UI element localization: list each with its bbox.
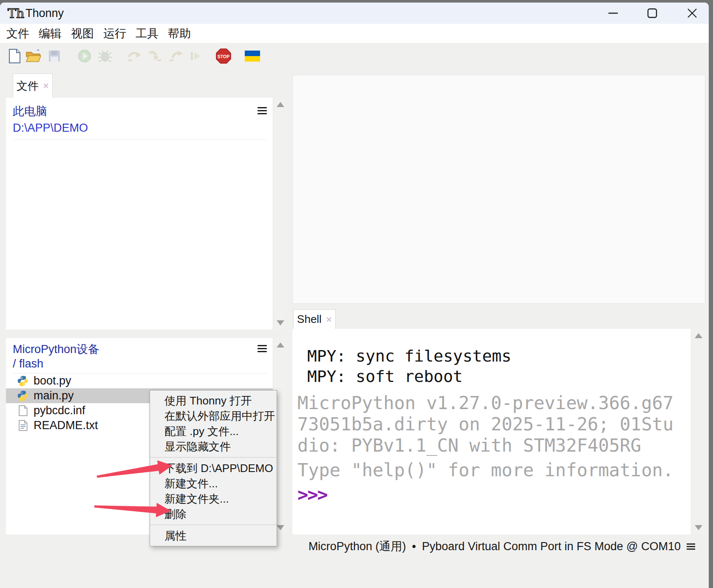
shell-line: MicroPython v1.27.0-preview.366.g67 [297,393,691,414]
files-panel: 此电脑 D:\APP\DEMO [6,98,273,330]
context-menu-item-new-file[interactable]: 新建文件... [150,476,277,491]
stop-icon: STOP [216,48,231,64]
tab-close-icon[interactable]: × [326,315,332,324]
file-row[interactable]: boot.py [6,373,273,388]
save-file-button[interactable] [48,49,61,63]
context-menu-item-open-with-thonny[interactable]: 使用 Thonny 打开 [150,393,277,408]
scroll-up-icon[interactable] [695,333,702,338]
step-over-icon [127,49,142,63]
context-menu-item-delete[interactable]: 删除 [150,506,277,522]
svg-text:STOP: STOP [218,54,229,59]
device-path-link[interactable]: / flash [13,357,267,370]
shell-line: MPY: soft reboot [297,366,691,387]
panel-menu-icon[interactable] [257,343,267,354]
file-name: pybcdc.inf [34,404,85,417]
menu-file[interactable]: 文件 [2,26,34,41]
files-scrollbar[interactable] [273,98,287,330]
menu-separator [150,525,277,525]
statusbar-menu-icon[interactable] [687,542,695,551]
menu-edit[interactable]: 编辑 [34,26,66,41]
context-menu-item-download-to[interactable]: 下载到 D:\APP\DEMO [150,461,277,476]
context-menu: 使用 Thonny 打开 在默认外部应用中打开 配置 .py 文件... 显示隐… [150,390,277,546]
menu-separator [150,457,277,458]
minimize-icon [607,7,619,19]
scroll-down-icon[interactable] [277,525,284,530]
editor-area[interactable] [292,75,705,304]
scroll-down-icon[interactable] [695,525,702,530]
local-path-link[interactable]: D:\APP\DEMO [13,120,267,136]
file-name: README.txt [34,419,98,432]
menubar: 文件 编辑 视图 运行 工具 帮助 [0,24,709,43]
python-file-icon [17,390,28,401]
menu-help[interactable]: 帮助 [163,26,195,41]
open-file-button[interactable] [25,49,42,63]
save-file-icon [48,49,61,63]
tab-shell[interactable]: Shell × [293,309,336,329]
resume-button[interactable] [189,49,202,63]
stop-button[interactable]: STOP [216,48,231,64]
svg-text:Th: Th [8,6,24,21]
statusbar-bullet: • [412,540,416,553]
step-into-button[interactable] [147,49,162,63]
open-file-icon [25,49,42,63]
statusbar-port[interactable]: Pyboard Virtual Comm Port in FS Mode @ C… [422,540,681,553]
shell-line: dio: PYBv1.1_CN with STM32F405RG [297,435,691,456]
close-icon [686,7,698,19]
tab-files-label: 文件 [17,79,39,93]
scroll-up-icon[interactable] [277,342,284,348]
maximize-button[interactable] [640,3,665,24]
statusbar-backend[interactable]: MicroPython (通用) [308,539,406,554]
thonny-logo-icon: Th [7,6,25,21]
text-file-icon [17,420,28,431]
run-button[interactable] [77,49,92,63]
shell-line: MPY: sync filesystems [297,346,691,366]
tab-shell-label: Shell [297,313,322,326]
tab-close-icon[interactable]: × [43,82,49,90]
step-over-button[interactable] [127,49,142,63]
context-menu-item-open-external[interactable]: 在默认外部应用中打开 [150,408,277,424]
window-title: Thonny [25,3,64,24]
debug-button[interactable] [98,49,112,63]
resume-icon [189,49,202,63]
ukraine-flag-button[interactable] [245,51,260,62]
maximize-icon [646,7,658,19]
context-menu-item-show-hidden[interactable]: 显示隐藏文件 [150,439,277,454]
shell-prompt: >>> [297,484,691,506]
run-icon [77,49,92,63]
debug-icon [98,49,112,63]
context-menu-item-new-folder[interactable]: 新建文件夹... [150,491,277,506]
minimize-button[interactable] [601,3,625,24]
step-out-icon [168,49,184,63]
new-file-button[interactable] [8,48,21,64]
shell-line: Type "help()" for more information. [297,460,691,481]
menu-tools[interactable]: 工具 [131,26,163,41]
shell-panel[interactable]: MPY: sync filesystems MPY: soft reboot M… [292,329,691,534]
step-into-icon [147,49,162,63]
file-icon [17,405,28,416]
scroll-down-icon[interactable] [277,320,284,325]
toolbar: STOP [0,43,709,69]
panel-menu-icon[interactable] [257,105,267,116]
context-menu-item-configure-py[interactable]: 配置 .py 文件... [150,424,277,439]
shell-scrollbar[interactable] [691,329,705,534]
divider [13,373,267,373]
this-computer-link[interactable]: 此电脑 [13,103,267,120]
device-title-link[interactable]: MicroPython设备 [13,342,267,357]
tab-files[interactable]: 文件 × [13,74,53,98]
close-button[interactable] [680,3,705,24]
python-file-icon [17,375,28,387]
statusbar: MicroPython (通用) • Pyboard Virtual Comm … [0,536,702,557]
thonny-window: Th Thonny 文件 编辑 视图 运行 工具 帮助 [0,3,709,588]
scroll-up-icon[interactable] [277,102,284,107]
ukraine-flag-icon [245,51,260,62]
context-menu-item-properties[interactable]: 属性 [150,528,277,543]
menu-view[interactable]: 视图 [66,26,99,41]
file-name: boot.py [34,374,71,387]
menu-run[interactable]: 运行 [99,26,131,41]
shell-line: 73051b5a.dirty on 2025-11-26; 01Stu [297,414,691,435]
new-file-icon [8,48,21,64]
step-out-button[interactable] [168,49,184,63]
file-name: main.py [34,389,74,402]
titlebar: Th Thonny [0,3,709,24]
divider [13,139,267,140]
